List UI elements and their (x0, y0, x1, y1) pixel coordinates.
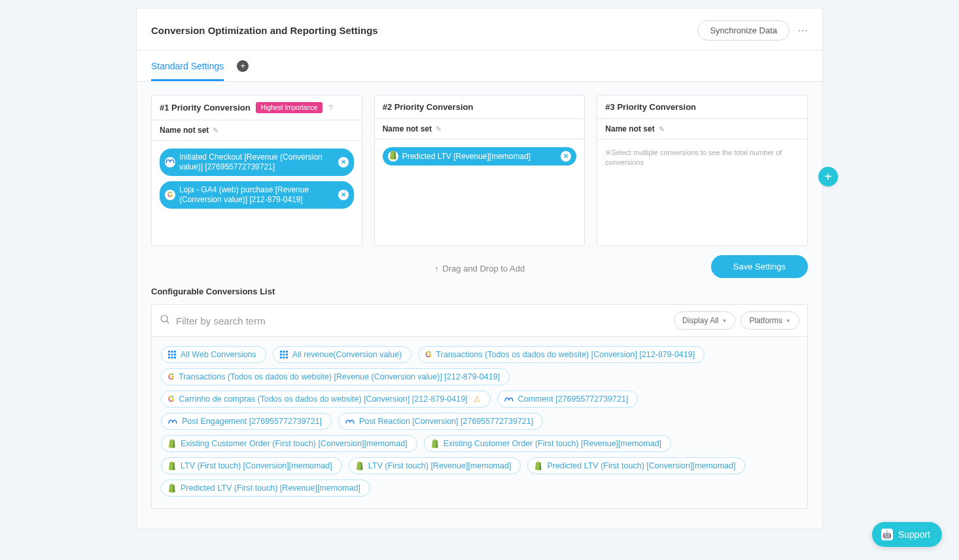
save-settings-button[interactable]: Save Settings (711, 255, 808, 278)
grid-icon (280, 351, 288, 359)
priority-column: #1 Priority Conversion Highest Importanc… (151, 95, 362, 246)
chip-label: Predicted LTV [Revenue][memomad] (402, 152, 531, 162)
svg-rect-7 (174, 354, 176, 356)
chip-label: Loja - GA4 (web) purchase [Revenue (Conv… (179, 185, 334, 205)
meta-icon (168, 418, 177, 425)
filter-input[interactable] (176, 315, 669, 326)
svg-rect-12 (283, 351, 285, 353)
selected-conversion-chip[interactable]: Initiated Checkout [Revenue (Conversion … (160, 149, 354, 176)
priority-dropzone[interactable]: Initiated Checkout [Revenue (Conversion … (152, 141, 362, 245)
svg-rect-6 (171, 354, 173, 356)
shopify-icon (389, 150, 397, 162)
support-button[interactable]: 🤖 Support (872, 522, 942, 529)
name-label: Name not set (605, 124, 654, 133)
chevron-down-icon: ▼ (786, 318, 791, 324)
conversion-chip[interactable]: GTransactions (Todos os dados do website… (418, 346, 705, 363)
chip-label: Post Engagement [276955772739721] (182, 417, 322, 426)
drag-hint-text: Drag and Drop to Add (442, 264, 525, 273)
chip-label: Post Reaction [Conversion] [276955772739… (359, 417, 533, 426)
conversion-chip[interactable]: All revenue(Conversion value) (273, 346, 411, 363)
chip-label: LTV (First touch) [Revenue][memomad] (368, 461, 512, 470)
meta-icon (345, 418, 355, 425)
conversion-chip[interactable]: LTV (First touch) [Revenue][memomad] (349, 457, 521, 474)
add-tab-button[interactable]: + (237, 60, 249, 72)
conversion-chip[interactable]: Comment [276955772739721] (497, 391, 638, 408)
edit-icon[interactable]: ✎ (659, 125, 665, 133)
conversion-chip[interactable]: Post Engagement [276955772739721] (161, 413, 332, 430)
edit-icon[interactable]: ✎ (213, 126, 218, 135)
shopify-icon (168, 483, 176, 493)
chip-label: Predicted LTV (First touch) [Revenue][me… (181, 483, 360, 493)
priority-dropzone[interactable]: Predicted LTV [Revenue][memomad] ✕ (375, 139, 585, 244)
grid-icon (168, 351, 176, 359)
svg-rect-10 (174, 357, 176, 359)
priority-column: #2 Priority Conversion Name not set ✎ Pr… (374, 95, 585, 246)
chip-label: Carrinho de compras (Todos os dados do w… (179, 394, 467, 404)
chip-label: Transactions (Todos os dados do website)… (179, 372, 500, 381)
selected-conversion-chip[interactable]: G Loja - GA4 (web) purchase [Revenue (Co… (160, 181, 354, 209)
importance-badge: Highest Importance (256, 102, 323, 113)
robot-icon: 🤖 (881, 529, 893, 529)
chip-label: All revenue(Conversion value) (292, 350, 402, 359)
priority-title: #1 Priority Conversion (160, 103, 251, 113)
svg-rect-15 (283, 354, 285, 356)
remove-chip-button[interactable]: ✕ (561, 151, 571, 162)
svg-rect-13 (286, 351, 288, 353)
shopify-icon (168, 461, 176, 470)
svg-rect-8 (168, 357, 170, 359)
google-icon: G (167, 191, 173, 200)
synchronize-button[interactable]: Synchronize Data (697, 20, 790, 41)
chip-label: Predicted LTV (First touch) [Conversion]… (547, 461, 735, 470)
google-icon: G (168, 372, 174, 381)
remove-chip-button[interactable]: ✕ (338, 190, 349, 200)
chip-label: All Web Conversions (181, 350, 256, 359)
chip-label: Transactions (Todos os dados do website)… (436, 350, 695, 359)
conversion-chip[interactable]: Existing Customer Order (First touch) [C… (161, 435, 417, 452)
page-title: Conversion Optimization and Reporting Se… (151, 25, 378, 36)
shopify-icon (168, 439, 176, 448)
svg-point-0 (161, 315, 167, 322)
svg-rect-9 (171, 357, 173, 359)
svg-line-1 (167, 321, 169, 324)
plus-icon: + (824, 169, 832, 184)
chip-label: Existing Customer Order (First touch) [R… (444, 439, 661, 448)
svg-rect-2 (168, 351, 170, 353)
meta-icon (166, 158, 175, 167)
name-label: Name not set (383, 124, 432, 133)
conversion-chip[interactable]: Post Reaction [Conversion] [276955772739… (338, 413, 543, 430)
svg-rect-5 (168, 354, 170, 356)
priority-title: #2 Priority Conversion (383, 102, 474, 112)
svg-rect-11 (280, 351, 282, 353)
chip-label: LTV (First touch) [Conversion][memomad] (181, 461, 332, 470)
selected-conversion-chip[interactable]: Predicted LTV [Revenue][memomad] ✕ (383, 147, 577, 166)
display-all-dropdown[interactable]: Display All ▼ (674, 311, 735, 330)
more-icon[interactable]: ⋯ (797, 24, 808, 37)
add-priority-button[interactable]: + (818, 167, 838, 186)
tab-standard-settings[interactable]: Standard Settings (151, 50, 224, 81)
svg-rect-18 (283, 357, 285, 359)
conversion-chip[interactable]: Predicted LTV (First touch) [Conversion]… (527, 457, 745, 474)
shopify-icon (431, 439, 439, 448)
arrow-up-icon: ↑ (434, 264, 439, 273)
placeholder-text: ※Select multiple conversions to see the … (605, 149, 782, 166)
conversion-chip[interactable]: Predicted LTV (First touch) [Revenue][me… (161, 480, 370, 497)
conversion-chip[interactable]: Existing Customer Order (First touch) [R… (424, 435, 671, 452)
chip-label: Initiated Checkout [Revenue (Conversion … (179, 152, 334, 172)
search-icon (160, 314, 171, 327)
priority-dropzone[interactable]: ※Select multiple conversions to see the … (597, 139, 807, 244)
drag-hint: ↑ Drag and Drop to Add (151, 264, 808, 273)
edit-icon[interactable]: ✎ (436, 125, 442, 133)
google-icon: G (168, 394, 174, 404)
conversion-chip[interactable]: GCarrinho de compras (Todos os dados do … (161, 391, 491, 408)
platforms-dropdown[interactable]: Platforms ▼ (741, 311, 799, 330)
platforms-label: Platforms (749, 316, 782, 325)
priority-title: #3 Priority Conversion (605, 102, 696, 112)
conversion-chip[interactable]: LTV (First touch) [Conversion][memomad] (161, 457, 342, 474)
plus-icon: + (241, 61, 246, 71)
chevron-down-icon: ▼ (722, 318, 727, 324)
conversion-chip[interactable]: All Web Conversions (161, 346, 266, 363)
remove-chip-button[interactable]: ✕ (338, 157, 349, 167)
conversion-chip[interactable]: GTransactions (Todos os dados do website… (161, 368, 510, 385)
help-icon[interactable]: ? (328, 103, 332, 113)
svg-rect-17 (280, 357, 282, 359)
